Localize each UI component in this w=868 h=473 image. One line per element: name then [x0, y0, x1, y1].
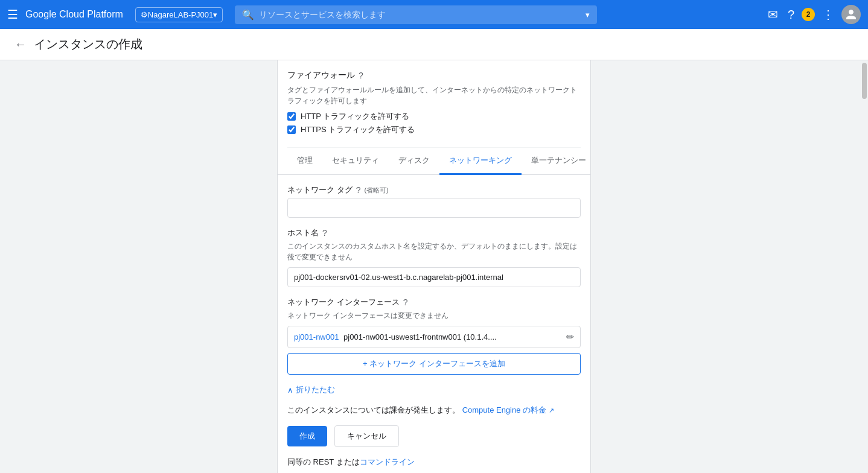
firewall-help-icon[interactable]: ? [359, 71, 363, 80]
hostname-help-icon[interactable]: ? [322, 228, 327, 238]
tab-management[interactable]: 管理 [287, 148, 322, 175]
notification-badge[interactable]: 2 [802, 8, 815, 21]
https-label: HTTPS トラフィックを許可する [301, 124, 415, 135]
project-selector[interactable]: ⚙ NagareLAB-PJ001 ▾ [135, 7, 223, 22]
app-title: Google Cloud Platform [25, 9, 123, 20]
network-tag-value: pj001-nw001 [294, 332, 339, 341]
rest-prefix-text: 同等の REST または [287, 457, 360, 466]
network-interface-name: pj001-nw001-uswest1-frontnw001 (10.1.4..… [343, 332, 497, 341]
collapse-label: 折りたたむ [296, 384, 335, 395]
project-dots-icon: ⚙ [141, 10, 148, 19]
firewall-description: タグとファイアウォールルールを追加して、インターネットからの特定のネットワークト… [287, 84, 581, 106]
action-row: 作成 キャンセル [287, 425, 581, 447]
network-interface-label: ネットワーク インターフェース ? [287, 297, 581, 308]
network-interface-group: ネットワーク インターフェース ? ネットワーク インターフェースは変更できませ… [287, 297, 581, 375]
https-checkbox-row: HTTPS トラフィックを許可する [287, 124, 581, 135]
collapse-icon: ∧ [287, 386, 293, 395]
help-icon[interactable]: ? [785, 5, 797, 24]
network-tag-input[interactable] [287, 198, 581, 218]
scrollbar-thumb[interactable] [862, 63, 867, 99]
back-button[interactable]: ← [14, 37, 27, 51]
search-icon: 🔍 [242, 9, 254, 21]
rest-link[interactable]: コマンドライン [360, 457, 415, 466]
app-logo: Google Cloud Platform [25, 9, 123, 20]
network-interface-description: ネットワーク インターフェースは変更できません [287, 310, 581, 321]
tab-networking[interactable]: ネットワーキング [439, 148, 522, 175]
network-tag-hint: (省略可) [364, 186, 388, 195]
search-input[interactable] [259, 10, 581, 19]
cost-text: このインスタンスについては課金が発生します。 [287, 405, 460, 414]
http-checkbox[interactable] [287, 112, 296, 121]
hostname-label: ホスト名 ? [287, 227, 581, 238]
page-header: ← インスタンスの作成 [0, 29, 868, 60]
http-label: HTTP トラフィックを許可する [301, 111, 409, 122]
main-content: ファイアウォール ? タグとファイアウォールルールを追加して、インターネットから… [0, 60, 868, 473]
scrollbar[interactable] [861, 60, 868, 473]
https-checkbox[interactable] [287, 125, 296, 134]
mail-icon[interactable]: ✉ [765, 5, 780, 24]
create-button[interactable]: 作成 [287, 426, 327, 446]
http-checkbox-row: HTTP トラフィックを許可する [287, 111, 581, 122]
tab-disk[interactable]: ディスク [389, 148, 439, 175]
cost-section: このインスタンスについては課金が発生します。 Compute Engine の料… [287, 405, 581, 416]
header-actions: ✉ ? 2 ⋮ [765, 5, 861, 24]
hostname-description: このインスタンスのカスタムホスト名を設定するか、デフォルトのままにします。設定は… [287, 241, 581, 262]
more-options-icon[interactable]: ⋮ [820, 5, 837, 24]
edit-interface-icon[interactable]: ✏ [566, 331, 574, 343]
network-tag-label: ネットワーク タグ ? (省略可) [287, 185, 581, 195]
hostname-group: ホスト名 ? このインスタンスのカスタムホスト名を設定するか、デフォルトのままに… [287, 227, 581, 287]
project-name: NagareLAB-PJ001 [148, 10, 213, 19]
collapse-link[interactable]: ∧ 折りたたむ [287, 384, 581, 395]
tabs-row: 管理 セキュリティ ディスク ネットワーキング 単一テナンシー [278, 148, 590, 175]
tab-sole-tenancy[interactable]: 単一テナンシー [522, 148, 596, 175]
tab-security[interactable]: セキュリティ [322, 148, 389, 175]
add-network-interface-button[interactable]: + ネットワーク インターフェースを追加 [287, 353, 581, 375]
page-title: インスタンスの作成 [34, 36, 142, 52]
cost-link[interactable]: Compute Engine の料金 [462, 405, 546, 414]
app-header: ☰ Google Cloud Platform ⚙ NagareLAB-PJ00… [0, 0, 868, 29]
network-interface-text: pj001-nw001 pj001-nw001-uswest1-frontnw0… [294, 332, 566, 341]
external-link-icon: ↗ [549, 407, 554, 414]
network-tag-help-icon[interactable]: ? [356, 185, 361, 195]
hostname-input[interactable] [287, 267, 581, 287]
cancel-button[interactable]: キャンセル [334, 425, 399, 447]
network-tag-group: ネットワーク タグ ? (省略可) [287, 185, 581, 218]
form-container: ファイアウォール ? タグとファイアウォールルールを追加して、インターネットから… [277, 60, 591, 473]
search-bar[interactable]: 🔍 ▾ [235, 5, 597, 24]
avatar[interactable] [841, 5, 861, 24]
firewall-title: ファイアウォール ? [287, 70, 581, 81]
rest-link-row: 同等の REST またはコマンドライン [287, 457, 581, 468]
firewall-section: ファイアウォール ? タグとファイアウォールルールを追加して、インターネットから… [287, 60, 581, 148]
search-dropdown-icon[interactable]: ▾ [586, 10, 590, 19]
menu-icon[interactable]: ☰ [7, 7, 18, 22]
network-interface-help-icon[interactable]: ? [403, 297, 408, 307]
project-arrow-icon: ▾ [213, 10, 217, 19]
network-interface-row: pj001-nw001 pj001-nw001-uswest1-frontnw0… [287, 326, 581, 348]
